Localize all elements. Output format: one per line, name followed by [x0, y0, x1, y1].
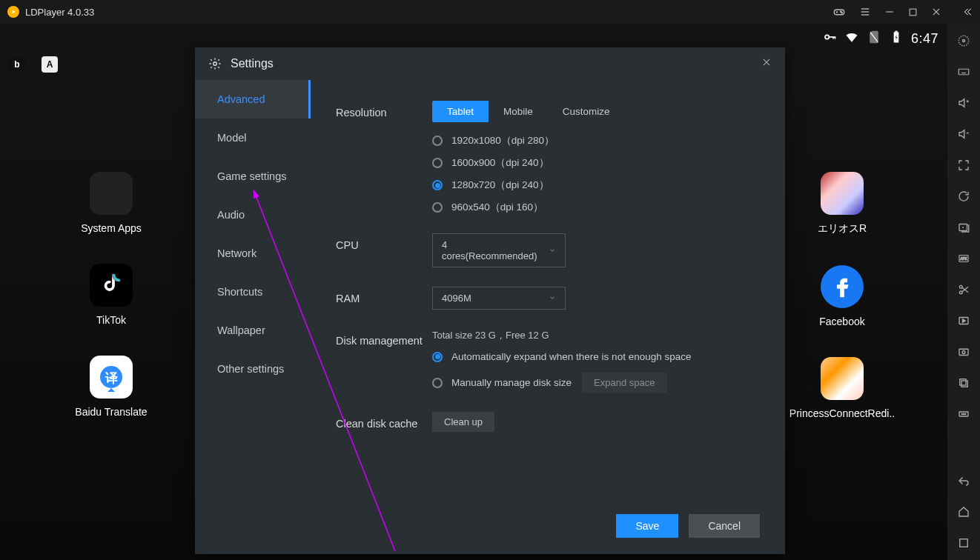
clean-label: Clean disk cache — [336, 412, 432, 433]
menu-icon[interactable] — [859, 6, 871, 18]
app-shortcut-a[interactable]: A — [42, 56, 58, 73]
nav-shortcuts[interactable]: Shortcuts — [195, 273, 311, 311]
svg-point-25 — [959, 36, 969, 46]
game-controller-icon[interactable] — [832, 5, 846, 19]
svg-point-26 — [963, 40, 965, 42]
minimize-button[interactable] — [884, 7, 895, 17]
ram-label: RAM — [336, 287, 432, 310]
cpu-label: CPU — [336, 233, 432, 267]
svg-point-3 — [841, 11, 841, 12]
svg-rect-49 — [960, 379, 966, 385]
scissors-icon[interactable] — [957, 283, 970, 296]
keyboard-icon[interactable] — [957, 65, 970, 79]
cancel-button[interactable]: Cancel — [689, 514, 760, 538]
close-icon[interactable] — [761, 57, 772, 70]
copy-icon[interactable] — [957, 376, 970, 390]
svg-rect-27 — [959, 69, 969, 75]
vpn-key-icon — [822, 30, 837, 48]
svg-point-52 — [961, 413, 962, 414]
disk-label: Disk management — [336, 329, 432, 393]
save-button[interactable]: Save — [616, 514, 678, 538]
nav-advanced[interactable]: Advanced — [195, 80, 311, 119]
app-label: Baidu Translate — [75, 406, 147, 418]
resolution-option-1600[interactable]: 1600x900（dpi 240） — [432, 156, 760, 170]
dialog-header: Settings — [195, 47, 785, 80]
disk-manual-radio[interactable]: Manually manage disk size — [432, 377, 572, 388]
app-baidu-translate[interactable]: 译 Baidu Translate — [59, 356, 163, 418]
chevron-down-icon — [549, 293, 556, 304]
resolution-option-1280[interactable]: 1280x720（dpi 240） — [432, 179, 760, 192]
record-icon[interactable] — [957, 314, 970, 327]
fullscreen-icon[interactable] — [957, 159, 970, 172]
apk-icon[interactable]: APK — [957, 252, 970, 265]
app-facebook[interactable]: Facebook — [790, 265, 894, 327]
tab-tablet[interactable]: Tablet — [432, 101, 489, 122]
volume-up-icon[interactable] — [957, 96, 970, 110]
close-button[interactable] — [931, 7, 941, 17]
top-taskbar-icons: b A — [9, 56, 58, 73]
clean-up-button[interactable]: Clean up — [432, 412, 494, 432]
more-icon[interactable] — [957, 407, 970, 421]
svg-point-53 — [963, 413, 964, 414]
nav-game-settings[interactable]: Game settings — [195, 157, 311, 196]
settings-content: Resolution Tablet Mobile Customize 1920x… — [311, 80, 785, 554]
settings-nav: Advanced Model Game settings Audio Netwo… — [195, 80, 311, 554]
nav-wallpaper[interactable]: Wallpaper — [195, 311, 311, 350]
app-label: PrincessConnectRedi.. — [789, 407, 895, 419]
disk-auto-radio[interactable]: Automatically expand when there is not e… — [432, 351, 760, 362]
resolution-option-1920[interactable]: 1920x1080（dpi 280） — [432, 134, 760, 147]
svg-rect-50 — [961, 381, 967, 387]
app-label: Facebook — [819, 316, 864, 327]
expand-space-button[interactable]: Expand space — [582, 373, 666, 393]
ldplayer-sidebar: APK — [947, 24, 980, 560]
back-icon[interactable] — [957, 474, 970, 487]
baidu-translate-icon: 译 — [90, 356, 133, 399]
android-status-bar: 6:47 — [822, 30, 938, 48]
nav-network[interactable]: Network — [195, 234, 311, 273]
collapse-sidebar-icon[interactable] — [962, 7, 973, 17]
svg-rect-9 — [910, 9, 916, 16]
recents-icon[interactable] — [957, 536, 970, 550]
dialog-title: Settings — [231, 57, 274, 70]
battery-icon — [889, 30, 904, 48]
nav-audio[interactable]: Audio — [195, 196, 311, 234]
settings-dialog: Settings Advanced Model Game settings Au… — [195, 47, 785, 554]
resolution-mode-segment: Tablet Mobile Customize — [432, 101, 625, 122]
facebook-icon — [821, 265, 864, 308]
app-label: エリオスR — [818, 222, 867, 236]
emulator-screen: b A 6:47 System Apps TikTok 译 — [0, 24, 947, 560]
svg-text:APK: APK — [960, 257, 967, 261]
sync-icon[interactable] — [957, 190, 970, 203]
resolution-label: Resolution — [336, 101, 432, 214]
app-elios[interactable]: エリオスR — [790, 172, 894, 236]
clock-text: 6:47 — [911, 31, 938, 47]
sidebar-settings-icon[interactable] — [957, 34, 970, 47]
maximize-button[interactable] — [908, 7, 918, 17]
screenshot-icon[interactable] — [957, 345, 970, 359]
window-title: LDPlayer 4.0.33 — [25, 7, 832, 18]
ram-select[interactable]: 4096M — [432, 287, 566, 310]
sim-icon — [867, 30, 881, 48]
ldplayer-logo — [7, 6, 19, 18]
app-shortcut-b[interactable]: b — [9, 56, 25, 73]
app-system-apps[interactable]: System Apps — [59, 172, 163, 234]
tab-customize[interactable]: Customize — [548, 101, 625, 122]
app-tiktok[interactable]: TikTok — [59, 264, 163, 326]
resolution-option-960[interactable]: 960x540（dpi 160） — [432, 201, 760, 214]
home-icon[interactable] — [957, 505, 970, 519]
tab-mobile[interactable]: Mobile — [489, 101, 548, 122]
multi-instance-icon[interactable] — [957, 221, 970, 234]
svg-text:译: 译 — [105, 371, 118, 385]
nav-other-settings[interactable]: Other settings — [195, 350, 311, 388]
nav-model[interactable]: Model — [195, 119, 311, 157]
svg-rect-55 — [960, 539, 968, 547]
volume-down-icon[interactable] — [957, 127, 970, 141]
princess-connect-icon — [821, 357, 864, 400]
system-apps-icon — [90, 172, 133, 215]
cpu-select[interactable]: 4 cores(Recommended) — [432, 233, 566, 267]
wifi-icon — [844, 30, 859, 48]
disk-info-text: Total size 23 G，Free 12 G — [432, 329, 760, 342]
elios-icon — [821, 172, 864, 215]
svg-point-4 — [841, 13, 842, 13]
app-princess-connect[interactable]: PrincessConnectRedi.. — [790, 357, 894, 419]
